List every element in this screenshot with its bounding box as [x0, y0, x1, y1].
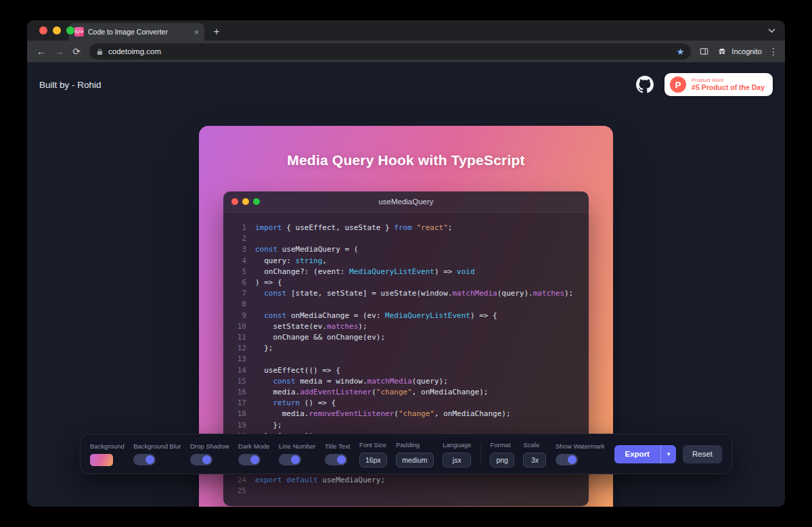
- title-text-toggle[interactable]: [325, 454, 347, 465]
- setting-dark-mode: Dark Mode: [238, 441, 269, 467]
- editor-maximize-icon: [253, 198, 260, 205]
- background-blur-toggle[interactable]: [133, 454, 156, 465]
- setting-label: Font Size: [359, 441, 387, 449]
- padding-select[interactable]: medium: [396, 453, 433, 467]
- code-line: 11 onChange && onChange(ev);: [229, 332, 581, 343]
- code-line: 4 query: string,: [229, 256, 581, 267]
- browser-toolbar: ← → ⟳ codetoimg.com ★ Incognito ⋮: [27, 41, 785, 62]
- browser-tab[interactable]: </> Code to Image Converter ×: [69, 23, 204, 41]
- setting-label: Padding: [396, 441, 433, 449]
- code-line: 14 useEffect(() => {: [229, 365, 581, 376]
- line-number: 1: [229, 223, 246, 233]
- minimize-window-button[interactable]: [53, 26, 61, 35]
- snippet-title[interactable]: Media Query Hook with TypeScript: [223, 152, 589, 168]
- line-number: 7: [229, 288, 246, 299]
- editor-minimize-icon: [242, 198, 249, 205]
- code-text: onChange && onChange(ev);: [255, 332, 385, 343]
- new-tab-button[interactable]: +: [208, 24, 225, 40]
- code-line: 24export default useMediaQuery;: [229, 475, 581, 486]
- code-line: 16 media.addEventListener("change", onMe…: [229, 387, 581, 398]
- code-text: media.addEventListener("change", onMedia…: [255, 387, 488, 398]
- setting-label: Background Blur: [133, 442, 181, 450]
- code-line: 17 return () => {: [229, 398, 581, 409]
- line-number: 17: [229, 398, 246, 409]
- code-text: const useMediaQuery = (: [255, 244, 358, 255]
- toggle-knob-icon: [202, 455, 211, 464]
- code-line: 10 setState(ev.matches);: [229, 321, 581, 332]
- line-number: 5: [229, 267, 246, 277]
- setting-show-watermark: Show Watermark: [556, 441, 605, 467]
- code-line: 13: [229, 354, 581, 365]
- setting-drop-shadow: Drop Shadow: [190, 441, 229, 467]
- setting-label: Scale: [523, 441, 546, 449]
- toolbar-divider: [480, 442, 481, 465]
- code-text: import { useEffect, useState } from "rea…: [255, 223, 452, 233]
- setting-label: Title Text: [325, 442, 351, 450]
- scale-select[interactable]: 3x: [523, 453, 546, 467]
- reload-button[interactable]: ⟳: [68, 43, 85, 60]
- line-number: 11: [229, 332, 246, 343]
- maximize-window-button[interactable]: [66, 26, 74, 35]
- built-by-text: Built by - Rohid: [39, 80, 102, 90]
- product-hunt-badge[interactable]: P Product Hunt #5 Product of the Day: [664, 73, 773, 96]
- lock-icon: [96, 48, 104, 55]
- line-number: 12: [229, 343, 246, 354]
- line-number: 8: [229, 299, 246, 310]
- dark-mode-toggle[interactable]: [238, 454, 261, 465]
- line-number: 10: [229, 321, 246, 332]
- drop-shadow-toggle[interactable]: [190, 454, 212, 465]
- tab-strip: </> Code to Image Converter × +: [27, 20, 785, 41]
- editor-title[interactable]: useMediaQuery: [378, 198, 433, 206]
- setting-background: Background: [90, 441, 125, 467]
- code-line: 6) => {: [229, 277, 581, 288]
- show-watermark-toggle[interactable]: [556, 454, 578, 465]
- tab-search-chevron-icon[interactable]: [768, 28, 775, 33]
- forward-button[interactable]: →: [50, 43, 68, 60]
- github-icon[interactable]: [636, 76, 654, 93]
- setting-font-size: Font Size16px: [359, 441, 387, 467]
- code-text: export default useMediaQuery;: [255, 475, 385, 486]
- background-swatch[interactable]: [90, 454, 113, 466]
- export-button[interactable]: Export: [614, 445, 660, 463]
- code-text: useEffect(() => {: [255, 365, 340, 376]
- url-text: codetoimg.com: [108, 47, 161, 55]
- code-line: 18 media.removeEventListener("change", o…: [229, 409, 581, 419]
- close-window-button[interactable]: [39, 26, 47, 35]
- line-number: 25: [229, 486, 246, 497]
- incognito-label: Incognito: [731, 47, 762, 55]
- format-select[interactable]: png: [490, 453, 514, 467]
- line-number: 9: [229, 311, 246, 321]
- back-button[interactable]: ←: [32, 43, 50, 60]
- reset-button[interactable]: Reset: [683, 445, 722, 463]
- side-panel-button[interactable]: [695, 43, 713, 60]
- line-number-toggle[interactable]: [279, 454, 301, 465]
- setting-background-blur: Background Blur: [133, 441, 181, 467]
- browser-window: </> Code to Image Converter × + ← → ⟳ co…: [27, 20, 785, 507]
- code-line: 1import { useEffect, useState } from "re…: [229, 223, 581, 233]
- bookmark-star-icon[interactable]: ★: [677, 47, 685, 56]
- code-text: onChange?: (event: MediaQueryListEvent) …: [255, 267, 475, 277]
- code-line: 12 };: [229, 343, 581, 354]
- product-hunt-text: Product Hunt #5 Product of the Day: [692, 78, 765, 92]
- editor-header: useMediaQuery: [223, 191, 589, 212]
- toggle-knob-icon: [291, 455, 300, 464]
- address-bar[interactable]: codetoimg.com ★: [89, 43, 691, 60]
- code-text: [255, 354, 260, 365]
- editor-traffic-lights: [231, 198, 260, 205]
- code-text: query: string,: [255, 256, 327, 267]
- setting-line-number: Line Number: [279, 441, 315, 467]
- tab-close-icon[interactable]: ×: [194, 28, 199, 37]
- window-controls: [39, 26, 74, 35]
- code-text: };: [255, 420, 282, 431]
- code-text: };: [255, 343, 273, 354]
- line-number: 2: [229, 233, 246, 244]
- code-line: 2: [229, 233, 581, 244]
- export-options-chevron-icon[interactable]: ▾: [660, 445, 676, 463]
- code-line: 15 const media = window.matchMedia(query…: [229, 376, 581, 387]
- product-hunt-brand: Product Hunt: [692, 78, 765, 84]
- code-line: 25: [229, 486, 581, 497]
- font-size-input[interactable]: 16px: [359, 453, 387, 467]
- browser-menu-button[interactable]: ⋮: [767, 46, 780, 57]
- language-select[interactable]: jsx: [443, 453, 471, 467]
- code-text: [255, 486, 260, 497]
